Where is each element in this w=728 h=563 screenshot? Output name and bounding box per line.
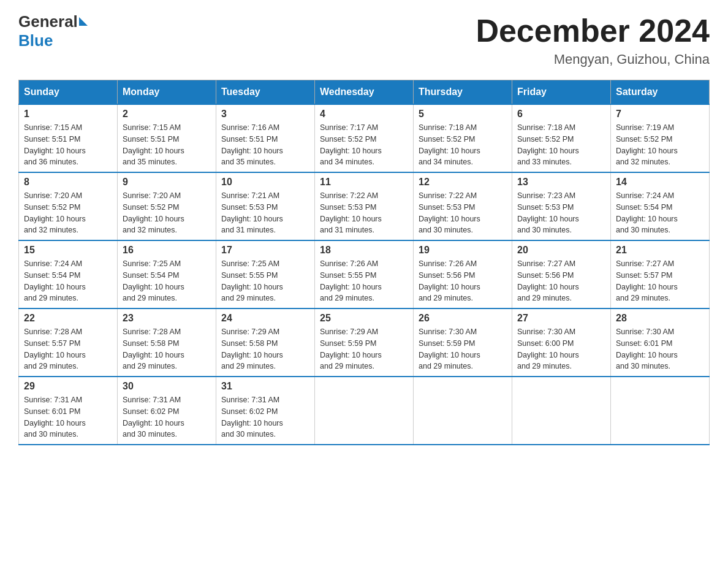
header-monday: Monday [118,80,216,105]
table-row [315,377,414,445]
logo-text: General [18,12,88,31]
day-info: Sunrise: 7:28 AM Sunset: 5:58 PM Dayligh… [123,326,211,372]
title-section: December 2024 Mengyan, Guizhou, China [476,12,710,67]
calendar-table: Sunday Monday Tuesday Wednesday Thursday… [18,80,710,445]
table-row: 23 Sunrise: 7:28 AM Sunset: 5:58 PM Dayl… [118,308,216,377]
day-number: 29 [24,381,112,392]
day-info: Sunrise: 7:17 AM Sunset: 5:52 PM Dayligh… [320,122,408,168]
day-info: Sunrise: 7:27 AM Sunset: 5:56 PM Dayligh… [517,258,605,304]
day-info: Sunrise: 7:18 AM Sunset: 5:52 PM Dayligh… [517,122,605,168]
day-number: 12 [419,177,507,188]
day-number: 3 [221,109,309,120]
day-number: 4 [320,109,408,120]
day-info: Sunrise: 7:24 AM Sunset: 5:54 PM Dayligh… [24,258,112,304]
logo-triangle-icon [79,17,88,26]
header-tuesday: Tuesday [216,80,315,105]
day-info: Sunrise: 7:15 AM Sunset: 5:51 PM Dayligh… [123,122,211,168]
table-row: 29 Sunrise: 7:31 AM Sunset: 6:01 PM Dayl… [19,377,118,445]
table-row: 25 Sunrise: 7:29 AM Sunset: 5:59 PM Dayl… [315,308,414,377]
table-row: 8 Sunrise: 7:20 AM Sunset: 5:52 PM Dayli… [19,172,118,240]
day-number: 8 [24,177,112,188]
day-info: Sunrise: 7:27 AM Sunset: 5:57 PM Dayligh… [616,258,704,304]
table-row: 16 Sunrise: 7:25 AM Sunset: 5:54 PM Dayl… [118,240,216,308]
day-number: 9 [123,177,211,188]
table-row: 15 Sunrise: 7:24 AM Sunset: 5:54 PM Dayl… [19,240,118,308]
header-friday: Friday [512,80,611,105]
day-info: Sunrise: 7:16 AM Sunset: 5:51 PM Dayligh… [221,122,309,168]
table-row: 2 Sunrise: 7:15 AM Sunset: 5:51 PM Dayli… [118,104,216,172]
day-number: 6 [517,109,605,120]
day-info: Sunrise: 7:23 AM Sunset: 5:53 PM Dayligh… [517,190,605,236]
table-row: 17 Sunrise: 7:25 AM Sunset: 5:55 PM Dayl… [216,240,315,308]
day-number: 15 [24,245,112,256]
day-info: Sunrise: 7:24 AM Sunset: 5:54 PM Dayligh… [616,190,704,236]
day-number: 19 [419,245,507,256]
day-info: Sunrise: 7:26 AM Sunset: 5:55 PM Dayligh… [320,258,408,304]
day-info: Sunrise: 7:30 AM Sunset: 5:59 PM Dayligh… [419,326,507,372]
page-header: General Blue December 2024 Mengyan, Guiz… [18,12,710,67]
logo-general: General [18,12,78,31]
day-number: 24 [221,313,309,324]
table-row: 1 Sunrise: 7:15 AM Sunset: 5:51 PM Dayli… [19,104,118,172]
table-row: 9 Sunrise: 7:20 AM Sunset: 5:52 PM Dayli… [118,172,216,240]
month-title: December 2024 [476,12,710,49]
day-info: Sunrise: 7:28 AM Sunset: 5:57 PM Dayligh… [24,326,112,372]
table-row: 30 Sunrise: 7:31 AM Sunset: 6:02 PM Dayl… [118,377,216,445]
table-row [611,377,710,445]
day-info: Sunrise: 7:15 AM Sunset: 5:51 PM Dayligh… [24,122,112,168]
day-number: 28 [616,313,704,324]
day-info: Sunrise: 7:31 AM Sunset: 6:02 PM Dayligh… [221,394,309,440]
day-info: Sunrise: 7:21 AM Sunset: 5:53 PM Dayligh… [221,190,309,236]
table-row: 19 Sunrise: 7:26 AM Sunset: 5:56 PM Dayl… [414,240,512,308]
day-info: Sunrise: 7:20 AM Sunset: 5:52 PM Dayligh… [24,190,112,236]
logo: General Blue [18,12,88,50]
day-number: 31 [221,381,309,392]
day-info: Sunrise: 7:19 AM Sunset: 5:52 PM Dayligh… [616,122,704,168]
day-number: 26 [419,313,507,324]
day-number: 21 [616,245,704,256]
day-number: 17 [221,245,309,256]
day-info: Sunrise: 7:29 AM Sunset: 5:58 PM Dayligh… [221,326,309,372]
table-row: 20 Sunrise: 7:27 AM Sunset: 5:56 PM Dayl… [512,240,611,308]
logo-blue-label: Blue [18,31,53,50]
calendar-header-row: Sunday Monday Tuesday Wednesday Thursday… [19,80,710,105]
day-info: Sunrise: 7:26 AM Sunset: 5:56 PM Dayligh… [419,258,507,304]
day-number: 22 [24,313,112,324]
day-info: Sunrise: 7:22 AM Sunset: 5:53 PM Dayligh… [320,190,408,236]
day-number: 1 [24,109,112,120]
table-row: 27 Sunrise: 7:30 AM Sunset: 6:00 PM Dayl… [512,308,611,377]
day-info: Sunrise: 7:31 AM Sunset: 6:01 PM Dayligh… [24,394,112,440]
header-sunday: Sunday [19,80,118,105]
day-number: 13 [517,177,605,188]
table-row: 13 Sunrise: 7:23 AM Sunset: 5:53 PM Dayl… [512,172,611,240]
day-number: 16 [123,245,211,256]
day-info: Sunrise: 7:30 AM Sunset: 6:00 PM Dayligh… [517,326,605,372]
day-info: Sunrise: 7:29 AM Sunset: 5:59 PM Dayligh… [320,326,408,372]
table-row: 24 Sunrise: 7:29 AM Sunset: 5:58 PM Dayl… [216,308,315,377]
table-row: 5 Sunrise: 7:18 AM Sunset: 5:52 PM Dayli… [414,104,512,172]
day-info: Sunrise: 7:20 AM Sunset: 5:52 PM Dayligh… [123,190,211,236]
day-number: 11 [320,177,408,188]
day-info: Sunrise: 7:30 AM Sunset: 6:01 PM Dayligh… [616,326,704,372]
day-info: Sunrise: 7:25 AM Sunset: 5:54 PM Dayligh… [123,258,211,304]
table-row: 21 Sunrise: 7:27 AM Sunset: 5:57 PM Dayl… [611,240,710,308]
table-row: 12 Sunrise: 7:22 AM Sunset: 5:53 PM Dayl… [414,172,512,240]
header-thursday: Thursday [414,80,512,105]
day-number: 20 [517,245,605,256]
table-row [512,377,611,445]
day-number: 14 [616,177,704,188]
location: Mengyan, Guizhou, China [476,52,710,67]
day-number: 2 [123,109,211,120]
table-row: 4 Sunrise: 7:17 AM Sunset: 5:52 PM Dayli… [315,104,414,172]
day-number: 25 [320,313,408,324]
day-number: 7 [616,109,704,120]
table-row: 11 Sunrise: 7:22 AM Sunset: 5:53 PM Dayl… [315,172,414,240]
logo-blue-part [78,17,88,27]
day-info: Sunrise: 7:25 AM Sunset: 5:55 PM Dayligh… [221,258,309,304]
day-info: Sunrise: 7:22 AM Sunset: 5:53 PM Dayligh… [419,190,507,236]
table-row: 22 Sunrise: 7:28 AM Sunset: 5:57 PM Dayl… [19,308,118,377]
table-row: 28 Sunrise: 7:30 AM Sunset: 6:01 PM Dayl… [611,308,710,377]
table-row: 3 Sunrise: 7:16 AM Sunset: 5:51 PM Dayli… [216,104,315,172]
table-row [414,377,512,445]
table-row: 14 Sunrise: 7:24 AM Sunset: 5:54 PM Dayl… [611,172,710,240]
